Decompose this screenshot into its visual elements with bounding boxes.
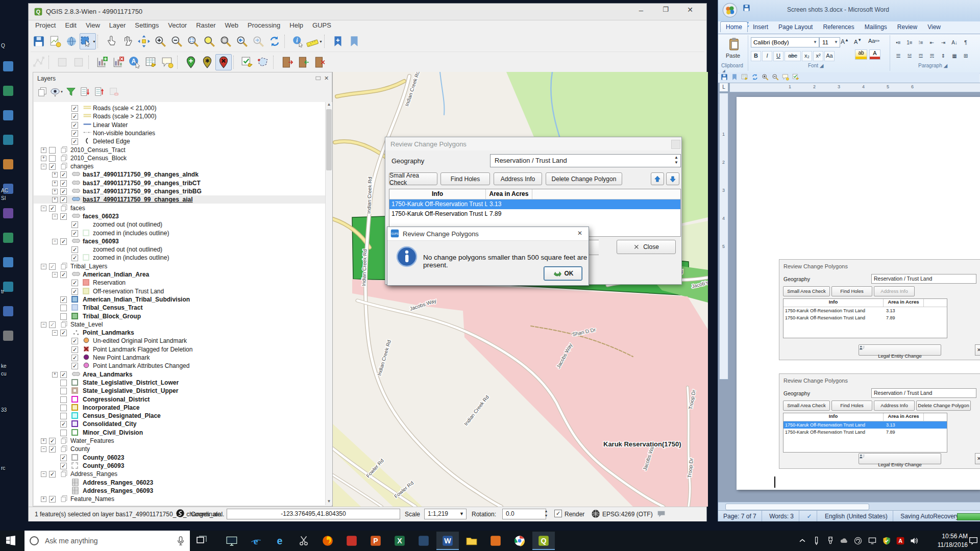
tree-expander-icon[interactable]: − [41,446,46,452]
layer-visibility-checkbox[interactable]: ✓ [71,280,78,286]
highlight-button[interactable]: ab [855,49,867,60]
tree-expander-icon[interactable]: − [41,322,46,328]
menu-raster[interactable]: Raster [191,20,220,31]
paragraph-align-1-button[interactable]: ☱ [904,51,915,61]
layer-label[interactable]: Tribal_Census_Tract [83,304,142,311]
minimize-button[interactable]: – [630,6,652,18]
paste-icon[interactable] [727,37,741,51]
layer-row[interactable]: ✓Consolidated_City [34,420,325,428]
layer-label[interactable]: Area_Landmarks [83,371,132,378]
tab-stop-selector[interactable]: L [719,83,728,92]
select-rect-button[interactable]: ▼ [80,33,96,49]
expand-all-button[interactable] [78,85,92,99]
layer-visibility-checkbox[interactable]: ✓ [49,163,56,170]
stop-render-icon[interactable] [176,509,186,519]
font-format-4-button[interactable]: x₂ [802,51,812,61]
layer-row[interactable]: −✓American_Indian_Area [34,270,325,279]
office-button-icon[interactable] [722,3,738,18]
globe-button[interactable] [63,33,80,49]
pin-del-button[interactable] [215,54,232,70]
tree-expander-icon[interactable]: − [52,239,58,244]
layer-visibility-checkbox[interactable] [60,305,67,311]
tree-expander-icon[interactable]: + [52,181,58,186]
layer-row[interactable]: −✓State_Level [34,320,325,329]
paragraph-tool-2-button[interactable]: ⁝≡ [915,38,926,48]
layer-visibility-checkbox[interactable]: ✓ [49,321,56,328]
layer-visibility-checkbox[interactable]: ✓ [71,338,78,344]
taskbar-app-firefox[interactable] [316,532,339,550]
layer-row[interactable]: ✓American_Indian_Tribal_Subdivision [34,295,325,304]
delete-change-polygon-button[interactable]: Delete Change Polygon [546,172,622,185]
attr-table-button[interactable] [143,54,159,70]
layer-row[interactable]: −✓County [34,445,325,453]
font-size-select[interactable]: 11▼ [819,37,840,47]
layer-label[interactable]: Off-reservation Trust Land [93,288,164,295]
zoom-full-button[interactable] [185,33,201,49]
layer-row[interactable]: +✓bas17_49901171750_99_changes_aial [34,195,325,204]
column-header-area[interactable]: Area in Acres [486,189,532,199]
layer-visibility-checkbox[interactable]: ✓ [60,188,67,195]
zoom-in-button[interactable] [152,33,168,49]
desktop-shortcut[interactable] [3,61,13,71]
layer-label[interactable]: Address_Ranges [70,470,117,478]
tree-expander-icon[interactable]: + [52,189,58,194]
layer-visibility-checkbox[interactable]: ✓ [71,363,78,369]
tree-expander-icon[interactable]: − [41,264,46,269]
taskbar-app-excel[interactable]: X [388,532,411,550]
touch-button[interactable] [103,33,119,49]
desktop-shortcut[interactable] [3,86,13,96]
layer-visibility-checkbox[interactable]: ✓ [60,296,67,303]
identify-button[interactable]: i [290,33,306,49]
layer-row[interactable]: +✓Water_Features [34,437,325,445]
coordinate-input[interactable]: -123.376495,41.804350 [227,509,400,519]
layer-row[interactable]: −✓faces_06093 [34,237,325,245]
mini-toolbar-zoom-out-icon[interactable] [772,73,779,81]
layer-label[interactable]: County [70,445,90,453]
layer-visibility-checkbox[interactable]: ✓ [60,330,67,336]
tab-view[interactable]: View [922,22,946,32]
layer-visibility-checkbox[interactable]: ✓ [60,455,67,461]
desktop-shortcut[interactable] [3,306,13,316]
horizontal-ruler[interactable]: 123456 [729,83,980,92]
layer-row[interactable]: Tribal_Block_Group [34,312,325,320]
layer-label[interactable]: 2010_Census_Block [70,155,127,162]
layer-visibility-checkbox[interactable]: ✓ [71,113,78,120]
layer-row[interactable]: +✓bas17_49901171750_99_changes_alndk [34,170,325,179]
taskbar-app-pc-monitor[interactable] [220,532,243,550]
scroll-up-icon[interactable]: ▲ [326,102,332,108]
layer-label[interactable]: Tribal_Block_Group [83,313,141,320]
layer-label[interactable]: Roads (scale < 21,000) [93,105,156,112]
grow-font-button[interactable]: A▲ [841,38,849,45]
scrollbar-thumb[interactable] [326,109,332,170]
shrink-font-button[interactable]: A▼ [854,38,862,45]
collapse-all-button[interactable] [92,85,107,99]
modal-titlebar[interactable]: GUPS Review Change Polygons ✕ [387,227,589,241]
layer-row[interactable]: −✓Address_Ranges [34,470,325,478]
font-format-1-button[interactable]: I [762,51,772,61]
save-button[interactable] [31,33,47,49]
taskbar-app-qgis[interactable]: Q [532,532,555,550]
word-status-words[interactable]: Words: 3 [764,511,799,521]
column-header-info[interactable]: Info [389,189,486,199]
layers-scrollbar[interactable]: ▲ ▼ [325,102,332,505]
font-format-6-button[interactable]: Aa [824,51,835,61]
layer-visibility-checkbox[interactable]: ✓ [60,171,67,178]
door-out-button[interactable] [295,54,311,70]
font-format-2-button[interactable]: U [773,51,783,61]
layer-label[interactable]: Address_Ranges_06093 [83,487,153,494]
layer-label[interactable]: bas17_49901171750_99_changes_tribCT [83,180,201,187]
move-up-button[interactable] [651,172,664,186]
modal-ok-button[interactable]: OK [544,266,582,281]
layer-label[interactable]: 2010_Census_Tract [70,146,126,154]
layer-label[interactable]: Un-edited Original Point Landmark [93,337,187,344]
layer-row[interactable]: +2010_Census_Tract [34,146,325,154]
layer-row[interactable]: −✓faces_06023 [34,212,325,220]
layer-visibility-checkbox[interactable]: ✓ [71,221,78,228]
layer-label[interactable]: Point_Landmarks [83,329,134,336]
layer-label[interactable]: Tribal_Layers [70,263,107,270]
menu-view[interactable]: View [81,20,105,31]
paragraph-tool-5-button[interactable]: A↓ [949,38,960,48]
tray-shield-check-icon[interactable] [880,535,893,547]
layer-visibility-checkbox[interactable]: ✓ [49,446,56,453]
layer-visibility-checkbox[interactable]: ✓ [71,346,78,353]
